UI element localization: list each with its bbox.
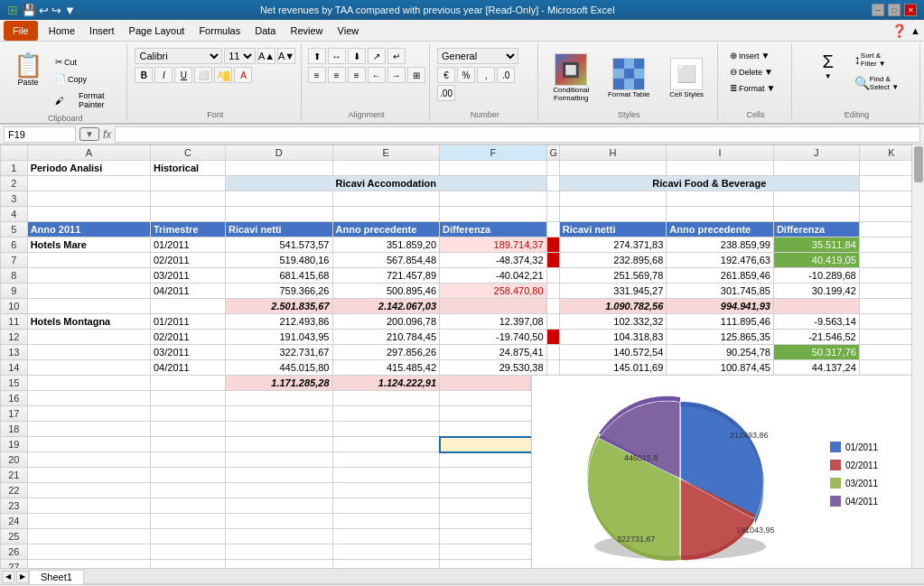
align-top-button[interactable]: ⬆ [308, 48, 326, 64]
format-cells-button[interactable]: ≣ Format ▼ [725, 81, 786, 95]
quick-access-toolbar[interactable]: 💾 ↩ ↪ ▼ [22, 4, 76, 17]
cell-f7[interactable]: -48.374,32 [440, 253, 547, 268]
cell-g1[interactable] [546, 161, 559, 176]
col-header-g[interactable]: G [546, 145, 559, 161]
cell-g6[interactable] [546, 237, 559, 253]
cell-j14[interactable]: 44.137,24 [773, 360, 859, 376]
bold-button[interactable]: B [135, 67, 153, 83]
cell-j5[interactable]: Differenza [773, 222, 859, 237]
cell-i13[interactable]: 90.254,78 [667, 345, 774, 360]
cell-j9[interactable]: 30.199,42 [773, 284, 859, 299]
qat-dropdown[interactable]: ▼ [64, 4, 76, 17]
cell-h14[interactable]: 145.011,69 [559, 360, 667, 376]
cell-d14[interactable]: 445.015,80 [225, 360, 332, 376]
cell-f1[interactable] [440, 161, 547, 176]
cell-c1[interactable]: Historical [150, 161, 225, 176]
format-dropdown-icon[interactable]: ▼ [767, 83, 776, 93]
cell-g8[interactable] [546, 268, 559, 284]
font-family-select[interactable]: Calibri [135, 48, 222, 64]
cell-d13[interactable]: 322.731,67 [225, 345, 332, 360]
cell-h6[interactable]: 274.371,83 [559, 237, 667, 253]
cell-j11[interactable]: -9.563,14 [773, 314, 859, 330]
cell-e7[interactable]: 567.854,48 [332, 253, 440, 268]
undo-button[interactable]: ↩ [39, 4, 49, 17]
minimize-button[interactable]: ─ [872, 4, 884, 16]
font-size-select[interactable]: 11 [224, 48, 256, 64]
orient-button[interactable]: ↗ [368, 48, 386, 64]
cell-d11[interactable]: 212.493,86 [225, 314, 332, 330]
cell-c13[interactable]: 03/2011 [150, 345, 225, 360]
cell-d5[interactable]: Ricavi netti [225, 222, 332, 237]
align-bottom-button[interactable]: ⬇ [348, 48, 366, 64]
cell-i7[interactable]: 192.476,63 [667, 253, 774, 268]
menu-view[interactable]: View [331, 21, 367, 41]
cell-styles-button[interactable]: ⬜ Cell Styles [659, 55, 714, 101]
cell-a9[interactable] [27, 284, 150, 299]
copy-button[interactable]: 📄 Copy [51, 71, 121, 87]
cell-d1[interactable] [225, 161, 332, 176]
cell-a10[interactable] [27, 299, 150, 314]
cell-d12[interactable]: 191.043,95 [225, 330, 332, 345]
col-header-d[interactable]: D [225, 145, 332, 161]
autosum-button[interactable]: Σ ▼ [810, 49, 846, 83]
cell-h5[interactable]: Ricavi netti [559, 222, 667, 237]
cell-c15[interactable] [150, 376, 225, 391]
indent-dec-button[interactable]: ← [368, 67, 386, 83]
cell-f5[interactable]: Differenza [440, 222, 547, 237]
cell-a13[interactable] [27, 345, 150, 360]
increase-font-button[interactable]: A▲ [257, 48, 275, 64]
menu-data[interactable]: Data [247, 21, 283, 41]
insert-dropdown-icon[interactable]: ▼ [761, 51, 770, 60]
sheet-tab-1[interactable]: Sheet1 [29, 570, 84, 584]
cell-h12[interactable]: 104.318,83 [559, 330, 667, 345]
cell-f8[interactable]: -40.042,21 [440, 268, 547, 284]
border-button[interactable]: ⬜ [194, 67, 212, 83]
cell-e15[interactable]: 1.124.222,91 [332, 376, 440, 391]
cell-d2[interactable]: Ricavi Accomodation [225, 176, 546, 191]
cell-e13[interactable]: 297.856,26 [332, 345, 440, 360]
cell-j12[interactable]: -21.546,52 [773, 330, 859, 345]
cell-e9[interactable]: 500.895,46 [332, 284, 440, 299]
cell-j10[interactable] [773, 299, 859, 314]
formula-expand-button[interactable]: ▼ [79, 127, 99, 141]
format-painter-button[interactable]: 🖌 Format Painter [51, 88, 121, 112]
col-header-e[interactable]: E [332, 145, 440, 161]
cell-i14[interactable]: 100.874,45 [667, 360, 774, 376]
cell-g13[interactable] [546, 345, 559, 360]
cell-d10[interactable]: 2.501.835,67 [225, 299, 332, 314]
cell-e5[interactable]: Anno precedente [332, 222, 440, 237]
window-controls[interactable]: ─ □ ✕ [872, 4, 917, 16]
cut-button[interactable]: ✂ Cut [51, 54, 121, 70]
cell-g9[interactable] [546, 284, 559, 299]
cell-g2[interactable] [546, 176, 559, 191]
cell-c14[interactable]: 04/2011 [150, 360, 225, 376]
decimal-dec-button[interactable]: .00 [437, 85, 455, 101]
align-right-button[interactable]: ≡ [348, 67, 366, 83]
menu-review[interactable]: Review [283, 21, 330, 41]
cell-c11[interactable]: 01/2011 [150, 314, 225, 330]
cell-i11[interactable]: 111.895,46 [667, 314, 774, 330]
col-header-j[interactable]: J [773, 145, 859, 161]
chart-container[interactable]: 212493,86 191043,95 322731,67 445015,8 0… [531, 375, 919, 568]
menu-insert[interactable]: Insert [82, 21, 122, 41]
cell-i1[interactable] [667, 161, 774, 176]
cell-a1[interactable]: Periodo Analisi [27, 161, 150, 176]
cell-e6[interactable]: 351.859,20 [332, 237, 440, 253]
cell-g12[interactable] [546, 330, 559, 345]
merge-button[interactable]: ⊞ [407, 67, 425, 83]
cell-h11[interactable]: 102.332,32 [559, 314, 667, 330]
decrease-font-button[interactable]: A▼ [277, 48, 295, 64]
cell-f12[interactable]: -19.740,50 [440, 330, 547, 345]
cell-f14[interactable]: 29.530,38 [440, 360, 547, 376]
cell-e11[interactable]: 200.096,78 [332, 314, 440, 330]
decimal-inc-button[interactable]: .0 [497, 67, 515, 83]
delete-cells-button[interactable]: ⊖ Delete ▼ [725, 65, 786, 79]
cell-f10[interactable] [440, 299, 547, 314]
col-header-c[interactable]: C [150, 145, 225, 161]
paste-button[interactable]: 📋 Paste [9, 51, 47, 89]
ribbon-minimize[interactable]: ▲ [910, 25, 920, 36]
cell-c7[interactable]: 02/2011 [150, 253, 225, 268]
fill-color-button[interactable]: A▓ [214, 67, 232, 83]
col-header-i[interactable]: I [667, 145, 774, 161]
vertical-scrollbar[interactable] [911, 144, 924, 568]
